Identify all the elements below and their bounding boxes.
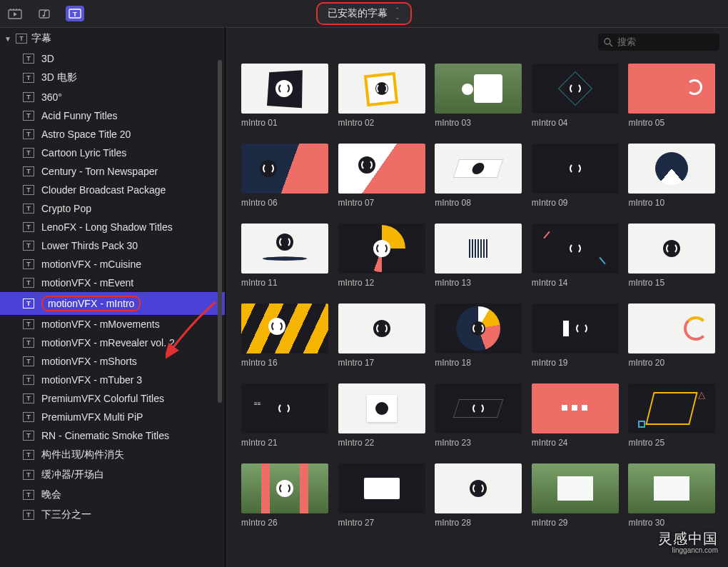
preset-thumbnail (532, 144, 619, 194)
sidebar-item[interactable]: TClouder Broadcast Package (0, 181, 225, 199)
disclosure-triangle-icon[interactable]: ▼ (4, 35, 11, 43)
sidebar-item[interactable]: TLower Thirds Pack 30 (0, 236, 225, 255)
preset-cell[interactable]: mIntro 23 (435, 383, 523, 448)
sidebar-item[interactable]: T构件出现/构件消失 (0, 445, 225, 465)
sidebar-item[interactable]: TmotionVFX - mRevealer vol. 2 (0, 333, 225, 352)
sidebar-item[interactable]: TPremiumVFX Multi PiP (0, 408, 225, 426)
sidebar-item-label: motionVFX - mCuisine (41, 259, 141, 270)
preset-cell[interactable]: mIntro 02 (338, 64, 427, 128)
search-input[interactable]: 搜索 (598, 34, 719, 51)
sidebar-item[interactable]: TPremiumVFX Colorful Titles (0, 389, 225, 408)
chevron-updown-icon: ⌃⌄ (395, 6, 400, 21)
sidebar-item[interactable]: TmotionVFX - mTuber 3 (0, 371, 225, 389)
sidebar-item-label: Astro Space Title 20 (41, 129, 131, 140)
svg-point-6 (605, 39, 610, 44)
sidebar-root[interactable]: ▼ T 字幕 (0, 27, 225, 49)
title-category-icon: T (23, 129, 34, 139)
preset-thumbnail (532, 224, 619, 274)
preset-cell[interactable]: mIntro 18 (435, 303, 523, 368)
preset-cell[interactable]: mIntro 08 (435, 144, 523, 208)
category-dropdown[interactable]: 已安装的字幕 ⌃⌄ (316, 2, 412, 25)
preset-cell[interactable]: △mIntro 25 (628, 383, 717, 448)
sidebar-item[interactable]: T晚会 (0, 485, 225, 505)
preset-cell[interactable]: mIntro 12 (338, 224, 427, 288)
sidebar-item[interactable]: T缓冲器/开场白 (0, 465, 225, 485)
preset-cell[interactable]: mIntro 20 (628, 303, 717, 368)
preset-label: mIntro 02 (338, 118, 427, 128)
preset-cell[interactable]: mIntro 03 (435, 64, 523, 128)
preset-cell[interactable]: mIntro 01 (241, 64, 330, 128)
preset-cell[interactable]: mIntro 10 (628, 144, 717, 208)
sidebar-item[interactable]: T下三分之一 (0, 505, 225, 525)
preset-label: mIntro 01 (241, 118, 330, 128)
sidebar-root-label: 字幕 (31, 32, 51, 45)
preset-cell[interactable]: mIntro 26 (241, 463, 330, 528)
sidebar-item[interactable]: T3D 电影 (0, 68, 225, 88)
preset-thumbnail (338, 463, 425, 513)
preset-cell[interactable]: mIntro 14 (532, 224, 620, 288)
preset-cell[interactable]: mIntro 19 (532, 303, 620, 368)
sidebar-item[interactable]: T3D (0, 49, 225, 68)
sidebar-item-label: LenoFX - Long Shadow Titles (41, 221, 173, 233)
preset-cell[interactable]: mIntro 09 (532, 144, 620, 208)
library-media-icon[interactable] (6, 6, 24, 21)
preset-cell[interactable]: mIntro 11 (241, 224, 330, 288)
preset-cell[interactable]: mIntro 24 (532, 383, 620, 448)
preset-cell[interactable]: mIntro 07 (338, 144, 427, 208)
sidebar-item[interactable]: TCartoon Lyric Titles (0, 144, 225, 162)
sidebar-item[interactable]: TmotionVFX - mEvent (0, 274, 225, 292)
preset-label: mIntro 05 (628, 118, 717, 128)
title-category-icon: T (23, 166, 34, 176)
sidebar-item-label: PremiumVFX Multi PiP (41, 411, 143, 423)
sidebar-item[interactable]: TmotionVFX - mCuisine (0, 255, 225, 274)
sidebar-item[interactable]: TAcid Funny Titles (0, 106, 225, 125)
watermark: 灵感中国 linggancn.com (658, 531, 718, 554)
sidebar-item[interactable]: T360° (0, 88, 225, 106)
content-panel: 搜索 mIntro 01mIntro 02mIntro 03mIntro 04m… (226, 27, 728, 567)
preset-label: mIntro 14 (532, 278, 620, 288)
preset-cell[interactable]: mIntro 05 (628, 64, 717, 128)
sidebar-item[interactable]: TAstro Space Title 20 (0, 125, 225, 144)
preset-cell[interactable]: mIntro 29 (532, 463, 620, 528)
sidebar-item[interactable]: TCrypto Pop (0, 199, 225, 218)
sidebar-item-label: Crypto Pop (41, 203, 91, 214)
sidebar-item[interactable]: TCentury - Torn Newspaper (0, 162, 225, 181)
search-icon (604, 38, 613, 47)
sidebar-item-label: 360° (41, 91, 62, 103)
sidebar-item[interactable]: TmotionVFX - mMovements (0, 315, 225, 333)
preset-cell[interactable]: mIntro 28 (435, 463, 523, 528)
preset-label: mIntro 26 (241, 518, 330, 528)
preset-label: mIntro 10 (628, 198, 717, 208)
preset-thumbnail (628, 463, 715, 513)
dropdown-label: 已安装的字幕 (328, 7, 388, 20)
preset-cell[interactable]: mIntro 04 (532, 64, 620, 128)
preset-cell[interactable]: mIntro 22 (338, 383, 427, 448)
sidebar-scrollbar[interactable] (218, 60, 222, 403)
preset-thumbnail (435, 303, 522, 353)
preset-cell[interactable]: mIntro 16 (241, 303, 330, 368)
preset-cell[interactable]: mIntro 15 (628, 224, 717, 288)
sidebar-item[interactable]: TLenoFX - Long Shadow Titles (0, 218, 225, 236)
sidebar-item[interactable]: TmotionVFX - mShorts (0, 352, 225, 371)
preset-thumbnail (532, 64, 619, 114)
library-titles-icon[interactable]: T (66, 6, 84, 21)
search-placeholder: 搜索 (617, 36, 636, 49)
preset-label: mIntro 17 (338, 358, 427, 368)
preset-label: mIntro 18 (435, 358, 523, 368)
preset-cell[interactable]: ≡≡mIntro 21 (241, 383, 330, 448)
preset-cell[interactable]: mIntro 30 (628, 463, 717, 528)
library-audio-icon[interactable] (36, 6, 54, 21)
preset-thumbnail (338, 64, 425, 114)
title-category-icon: T (23, 338, 34, 348)
sidebar-item-label: 构件出现/构件消失 (41, 448, 124, 461)
title-category-icon: T (23, 241, 34, 251)
sidebar-item[interactable]: TRN - Cinematic Smoke Titles (0, 426, 225, 445)
sidebar-item[interactable]: TmotionVFX - mIntro (0, 292, 225, 315)
preset-cell[interactable]: mIntro 17 (338, 303, 427, 368)
preset-cell[interactable]: mIntro 13 (435, 224, 523, 288)
preset-thumbnail (338, 224, 425, 274)
preset-cell[interactable]: mIntro 06 (241, 144, 330, 208)
preset-thumbnail (241, 463, 328, 513)
preset-cell[interactable]: mIntro 27 (338, 463, 427, 528)
preset-thumbnail (241, 64, 328, 114)
